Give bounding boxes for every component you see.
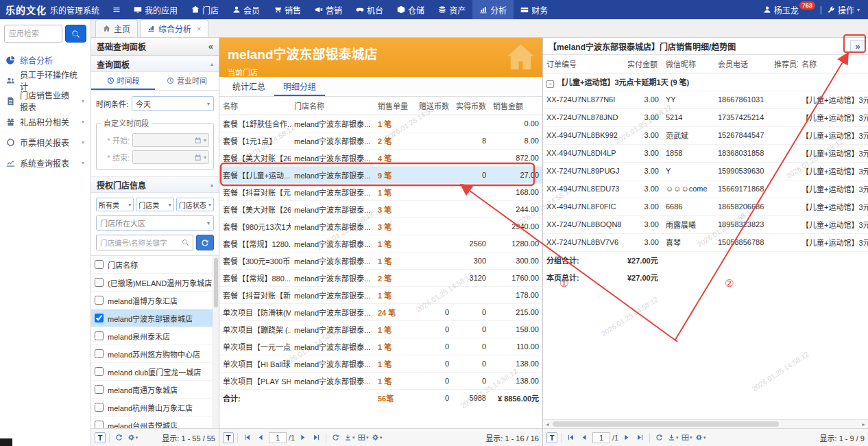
user-menu[interactable]: 杨玉龙 763 bbox=[763, 4, 815, 16]
prev-page-button[interactable] bbox=[255, 432, 267, 443]
refresh-store-list-button[interactable] bbox=[196, 235, 214, 250]
prev-page-button[interactable] bbox=[579, 432, 590, 443]
nav-item-sales[interactable]: 销售 bbox=[267, 0, 308, 19]
sales-summary-row[interactable]: 单次项目【HI Ball球... meland宁波东部银泰... 1 笔 0 0… bbox=[219, 355, 542, 372]
sales-summary-row[interactable]: 套餐【抖音对账【元... meland宁波东部银泰... 1 笔 168.00 bbox=[219, 183, 542, 200]
store-list-item[interactable]: meland club厦门宝龙一城店 bbox=[91, 363, 219, 381]
nav-item-marketing[interactable]: 营销 bbox=[308, 0, 349, 19]
column-header-order-id[interactable]: 订单编号 bbox=[543, 55, 624, 73]
nav-item-member[interactable]: 会员 bbox=[226, 0, 267, 19]
text-filter-button[interactable]: T bbox=[546, 432, 557, 443]
sales-summary-row[interactable]: 套餐【美大对账【26... meland宁波东部银泰... 4 笔 872.00 bbox=[219, 149, 542, 166]
refresh-button[interactable] bbox=[113, 432, 125, 443]
sales-detail-row[interactable]: XX-494U7NL8F0FIC 3.00 6686 18658206686 【… bbox=[543, 198, 868, 215]
column-header-referrer-staff[interactable]: 推荐员工 bbox=[771, 55, 798, 73]
tab-time-range[interactable]: 时间段 bbox=[91, 72, 155, 90]
columns-button[interactable]: ▾ bbox=[681, 432, 692, 443]
tab-home[interactable]: 主页 bbox=[95, 19, 138, 37]
region-select[interactable]: 门店所在大区▾ bbox=[96, 215, 214, 231]
sales-summary-row[interactable]: 套餐【1元1点】 meland宁波东部银泰... 2 笔 8 8.00 bbox=[219, 132, 542, 149]
sales-summary-row[interactable]: 单次项目【一元一点... meland宁波东部银泰... 1 笔 0 0 110… bbox=[219, 338, 542, 355]
first-page-button[interactable] bbox=[565, 432, 577, 443]
sidebar-item-store-sales-report[interactable]: 门店销售业绩报表▾ bbox=[0, 91, 91, 111]
tab-comprehensive-analysis[interactable]: 综合分析 × bbox=[140, 19, 208, 37]
tab-detail-grouping[interactable]: 明细分组 bbox=[274, 77, 325, 96]
sales-detail-row[interactable]: XX-494U7NL8BK992 3.00 范武斌 15267844547 【儿… bbox=[543, 126, 868, 144]
sales-detail-row[interactable]: XX-724U7NL8BV7V6 3.00 喜琴 15058856788 【儿童… bbox=[543, 233, 868, 251]
text-filter-button[interactable]: T bbox=[95, 432, 106, 443]
tab-business-hours[interactable]: 营业时间 bbox=[155, 72, 219, 90]
filter-type-select[interactable]: 所有类▾ bbox=[96, 198, 134, 211]
first-page-button[interactable] bbox=[241, 432, 253, 443]
store-checkbox[interactable] bbox=[95, 385, 104, 394]
store-list-item[interactable]: meland淄博万象汇店 bbox=[91, 292, 219, 309]
store-checkbox[interactable] bbox=[95, 314, 104, 322]
sales-detail-row[interactable]: XX-724U7NL8BOQN8 3.00 雨露晨曦 18958323823 【… bbox=[543, 215, 868, 233]
sales-detail-row[interactable]: XX-724U7NL877N6I 3.00 YY 18667861031 【儿童… bbox=[543, 91, 868, 108]
nav-item-assets[interactable]: 资产 bbox=[431, 0, 472, 19]
column-header-actual-coins[interactable]: 实得币数 bbox=[453, 97, 490, 115]
page-number-input[interactable] bbox=[269, 432, 287, 443]
tab-statistics-summary[interactable]: 统计汇总 bbox=[224, 77, 274, 96]
app-search-input[interactable] bbox=[4, 25, 62, 43]
collapse-group-icon[interactable]: − bbox=[546, 80, 554, 88]
nav-item-my-apps[interactable]: 我的应用 bbox=[127, 0, 184, 19]
sales-summary-row[interactable]: 单次项目【蹦跷架 (... meland宁波东部银泰... 1 笔 0 0 15… bbox=[219, 320, 542, 338]
store-status-select[interactable]: 门店状态▾ bbox=[176, 198, 214, 211]
refresh-button[interactable] bbox=[330, 432, 341, 443]
column-header-wechat-nickname[interactable]: 微信昵称 bbox=[662, 55, 714, 73]
column-header-store[interactable]: 门店名称 bbox=[291, 97, 374, 115]
store-keyword-input[interactable]: 门店编号\名称关键字 bbox=[96, 235, 193, 250]
scroll-left-icon[interactable]: ◂ bbox=[543, 421, 552, 427]
text-filter-button[interactable]: T bbox=[223, 432, 234, 443]
export-button[interactable]: ▾ bbox=[343, 432, 355, 443]
store-checkbox[interactable] bbox=[95, 367, 104, 376]
sidebar-item-comprehensive-analysis[interactable]: 综合分析 bbox=[0, 49, 91, 70]
nav-item-warehouse[interactable]: 仓储 bbox=[390, 0, 431, 19]
search-button[interactable] bbox=[65, 25, 86, 43]
sales-summary-row[interactable]: 套餐【300元=300币】 meland宁波东部银泰... 1 笔 300 30… bbox=[219, 252, 542, 269]
sales-summary-row[interactable]: 套餐【1舒肤佳合作... meland宁波东部银泰... 1 笔 0.00 bbox=[219, 115, 542, 132]
group-header-row[interactable]: −【儿童+运动馆】3元点卡延期1天 (9 笔) bbox=[543, 73, 868, 91]
store-list-item[interactable]: meland杭州萧山万象汇店 bbox=[91, 399, 219, 416]
sales-summary-row[interactable]: 单次项目【防滑袜(M... meland宁波东部银泰... 24 笔 0 0 2… bbox=[219, 303, 542, 320]
close-tab-icon[interactable]: × bbox=[197, 25, 201, 33]
sidebar-item-coin-ticket-reports[interactable]: 币票相关报表▾ bbox=[0, 132, 91, 152]
collapse-panel-icon[interactable]: « bbox=[208, 41, 213, 51]
next-page-button[interactable] bbox=[297, 432, 309, 443]
nav-item-analysis[interactable]: 分析 bbox=[472, 0, 514, 19]
expand-panel-button[interactable]: » bbox=[850, 40, 865, 53]
authorized-stores-section-header[interactable]: 授权门店信息 ▴ bbox=[91, 176, 219, 193]
settings-button[interactable]: ▾ bbox=[127, 432, 138, 443]
scrollbar-thumb[interactable] bbox=[553, 421, 779, 427]
nav-item-machines[interactable]: 机台 bbox=[349, 0, 390, 19]
settings-button[interactable]: ▾ bbox=[695, 432, 706, 443]
store-list-item[interactable]: meland南通万象城店 bbox=[91, 381, 219, 399]
export-button[interactable]: ▾ bbox=[667, 432, 679, 443]
store-list-item[interactable]: meland苏州悠方购物中心店 bbox=[91, 345, 219, 363]
store-checkbox[interactable] bbox=[95, 296, 104, 305]
start-date-input[interactable]: ▾ bbox=[132, 133, 209, 147]
nav-item-store[interactable]: 门店 bbox=[184, 0, 226, 19]
sales-detail-row[interactable]: XX-724U7NL89PUGJ 3.00 Y 15990539630 【儿童+… bbox=[543, 162, 868, 180]
sales-summary-row[interactable]: 套餐【980元13次1大... meland宁波东部银泰... 3 笔 2940… bbox=[219, 218, 542, 235]
columns-button[interactable]: ▾ bbox=[357, 432, 369, 443]
nav-item-finance[interactable]: 财务 bbox=[514, 0, 555, 19]
hamburger-menu-icon[interactable] bbox=[106, 0, 127, 19]
sales-summary-row[interactable]: 套餐【美大对账【26... meland宁波东部银泰... 3 笔 244.00 bbox=[219, 200, 542, 218]
next-page-button[interactable] bbox=[620, 432, 632, 443]
sales-summary-row[interactable]: 套餐【【常规】1280... meland宁波东部银泰... 1 笔 2560 … bbox=[219, 235, 542, 252]
column-header-sales-amount[interactable]: 销售金额 bbox=[490, 97, 542, 115]
settings-button[interactable]: ▾ bbox=[371, 432, 383, 443]
column-header-gift-coins[interactable]: 赠送币数 bbox=[415, 97, 453, 115]
column-header-order-count[interactable]: 销售单量 bbox=[374, 97, 415, 115]
last-page-button[interactable] bbox=[634, 432, 646, 443]
store-list-item[interactable]: (已撤场)MELAND温州万象城店 bbox=[91, 274, 219, 292]
refresh-button[interactable] bbox=[653, 432, 665, 443]
horizontal-scrollbar[interactable]: ◂ ▸ bbox=[543, 419, 868, 428]
select-all-checkbox[interactable] bbox=[95, 260, 104, 269]
query-section-header[interactable]: 查询面板 ▴ bbox=[91, 56, 219, 72]
time-condition-select[interactable]: 今天 ▾ bbox=[132, 96, 214, 111]
column-header-name[interactable]: 名称 bbox=[219, 97, 291, 115]
store-checkbox[interactable] bbox=[95, 421, 104, 428]
